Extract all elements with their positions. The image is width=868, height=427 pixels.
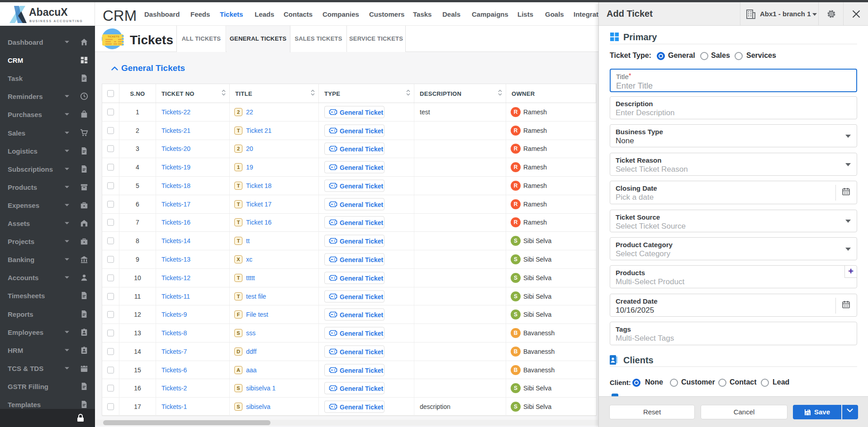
- svg-text:TICKETS: TICKETS: [108, 35, 119, 38]
